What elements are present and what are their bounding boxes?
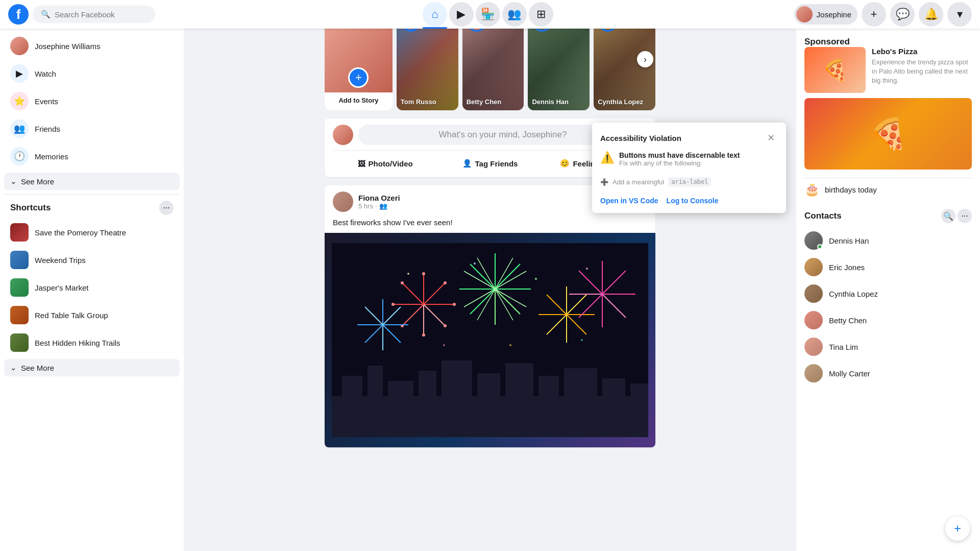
sidebar-see-more-button[interactable]: ⌄ See More [4, 173, 180, 190]
shortcuts-see-more-button[interactable]: ⌄ See More [4, 359, 180, 376]
add-button[interactable]: + [862, 2, 886, 27]
user-profile-button[interactable]: Josephine [794, 4, 857, 25]
violation-close-button[interactable]: ✕ [764, 131, 778, 145]
tag-friends-label: Tag Friends [475, 159, 518, 168]
open-vscode-button[interactable]: Open in VS Code [600, 197, 658, 205]
svg-point-74 [443, 344, 445, 346]
memories-icon: 🕐 [10, 147, 29, 165]
photo-video-label: Photo/Video [369, 159, 413, 168]
nav-video-button[interactable]: ▶ [449, 2, 474, 27]
contacts-search-button[interactable]: 🔍 [941, 209, 955, 223]
nav-groups-button[interactable]: 👥 [502, 2, 527, 27]
post-text: Best fireworks show I've ever seen! [325, 218, 655, 233]
birthday-icon: 🎂 [804, 182, 820, 197]
svg-point-27 [391, 303, 395, 306]
contact-item-betty[interactable]: Betty Chen [804, 307, 972, 333]
post-username[interactable]: Fiona Ozeri [358, 194, 400, 202]
contact-item-molly[interactable]: Molly Carter [804, 360, 972, 387]
sidebar-shortcut-jasper[interactable]: Jasper's Market [4, 274, 180, 301]
ad-image: 🍕 [804, 47, 866, 93]
shortcut-weekend-label: Weekend Trips [35, 256, 86, 265]
photo-video-button[interactable]: 🖼 Photo/Video [333, 156, 437, 171]
sidebar-item-memories[interactable]: 🕐 Memories [4, 143, 180, 170]
fireworks-svg [332, 243, 648, 437]
nav-home-button[interactable]: ⌂ [423, 2, 447, 27]
svg-point-72 [586, 268, 588, 270]
avatar [804, 258, 823, 276]
contacts-section: Contacts 🔍 ··· Dennis Han Eric Jones Cyn… [804, 209, 972, 387]
contacts-title: Contacts [804, 211, 842, 221]
avatar [804, 364, 823, 382]
shortcut-jasper-icon [10, 278, 29, 297]
post-dot: · [375, 202, 377, 210]
sidebar-item-events[interactable]: ⭐ Events [4, 88, 180, 114]
friends-icon: 👥 [10, 119, 29, 138]
shortcut-weekend-icon [10, 251, 29, 269]
svg-rect-4 [388, 381, 413, 437]
shortcut-pomeroy-label: Save the Pomeroy Theatre [35, 228, 126, 237]
photo-icon: 🖼 [358, 159, 365, 168]
accessibility-violation-popup: Accessibility Violation ✕ ⚠️ Buttons mus… [592, 123, 786, 213]
search-box[interactable]: 🔍 [33, 6, 155, 23]
ad-name: Lebo's Pizza [872, 47, 972, 56]
sidebar-shortcut-hiking[interactable]: Best Hidden Hiking Trails [4, 329, 180, 356]
svg-rect-9 [538, 376, 559, 437]
contact-item-tina[interactable]: Tina Lim [804, 333, 972, 360]
story-next-button[interactable]: › [637, 51, 653, 67]
tag-friends-button[interactable]: 👤 Tag Friends [437, 156, 542, 171]
main-content: + Add to Story Tom Russo Betty Chen [184, 0, 796, 522]
svg-point-70 [474, 262, 476, 265]
contact-item-dennis[interactable]: Dennis Han [804, 227, 972, 254]
svg-rect-2 [342, 376, 362, 437]
sidebar-shortcut-pomeroy[interactable]: Save the Pomeroy Theatre [4, 219, 180, 246]
online-indicator [817, 244, 822, 249]
new-chat-button[interactable]: + [945, 516, 970, 522]
svg-rect-12 [630, 384, 648, 437]
messenger-button[interactable]: 💬 [890, 2, 915, 27]
shortcuts-more-button[interactable]: ··· [159, 201, 174, 215]
shortcut-pomeroy-icon [10, 223, 29, 242]
svg-point-71 [535, 278, 537, 280]
fix-text: Add a meaningful [612, 178, 664, 186]
violation-header: Accessibility Violation ✕ [600, 131, 778, 145]
see-more-label: See More [21, 177, 54, 186]
violation-body: ⚠️ Buttons must have discernable text Fi… [600, 151, 778, 167]
tag-icon: 👤 [462, 159, 472, 168]
birthday-row: 🎂 birthdays today [804, 178, 972, 201]
nav-gaming-button[interactable]: ⊞ [529, 2, 553, 27]
contacts-header: Contacts 🔍 ··· [804, 209, 972, 223]
svg-point-22 [444, 281, 447, 284]
notifications-button[interactable]: 🔔 [919, 2, 943, 27]
shortcut-redtable-icon [10, 306, 29, 324]
contacts-more-button[interactable]: ··· [958, 209, 972, 223]
chevron-down-icon: ⌄ [10, 363, 17, 372]
nav-marketplace-button[interactable]: 🏪 [476, 2, 500, 27]
svg-point-25 [422, 333, 425, 337]
ad-card[interactable]: 🍕 Lebo's Pizza Experience the trendy piz… [804, 47, 972, 93]
svg-point-28 [401, 281, 404, 284]
contact-item-cynthia[interactable]: Cynthia Lopez [804, 280, 972, 307]
contact-item-eric[interactable]: Eric Jones [804, 254, 972, 280]
sidebar-item-friends[interactable]: 👥 Friends [4, 115, 180, 142]
shortcut-hiking-label: Best Hidden Hiking Trails [35, 339, 120, 347]
svg-rect-11 [602, 378, 625, 437]
contact-name-betty: Betty Chen [829, 316, 867, 325]
sidebar-item-user[interactable]: Josephine Williams [4, 33, 180, 59]
violation-actions: Open in VS Code Log to Console [600, 197, 778, 205]
story-name-cynthia: Cynthia Lopez [598, 98, 643, 106]
violation-main-text: Buttons must have discernable text [619, 151, 740, 159]
shortcut-redtable-label: Red Table Talk Group [35, 311, 108, 320]
warning-icon: ⚠️ [600, 151, 614, 164]
search-input[interactable] [55, 10, 147, 19]
sidebar-shortcut-weekend[interactable]: Weekend Trips [4, 247, 180, 273]
shortcuts-see-more-label: See More [21, 364, 54, 372]
log-to-console-button[interactable]: Log to Console [667, 197, 719, 205]
contact-name-molly: Molly Carter [829, 369, 870, 378]
svg-point-73 [509, 344, 511, 346]
menu-button[interactable]: ▾ [947, 2, 972, 27]
sidebar-shortcut-redtable[interactable]: Red Table Talk Group [4, 302, 180, 328]
contact-avatar-tina [804, 338, 823, 356]
contact-avatar-dennis [804, 231, 823, 250]
facebook-logo[interactable]: f [8, 4, 29, 25]
sidebar-item-watch[interactable]: ▶ Watch [4, 60, 180, 87]
